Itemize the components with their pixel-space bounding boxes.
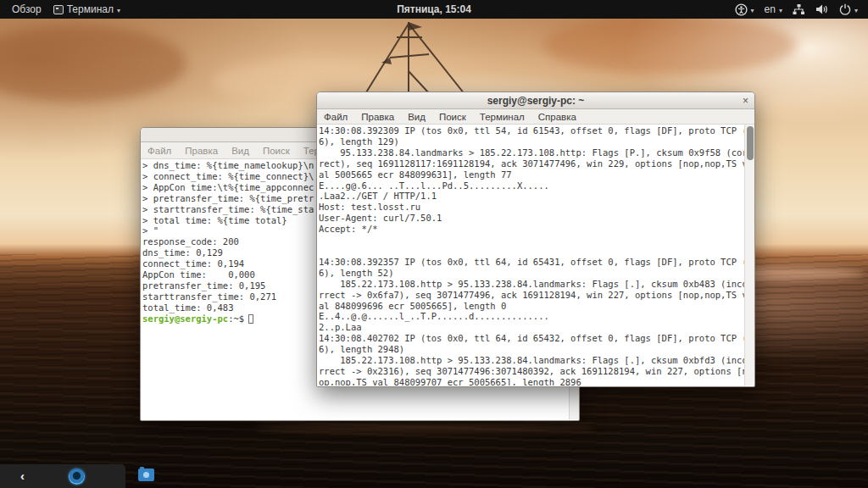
activities-label: Обзор — [12, 3, 42, 15]
terminal-line: 95.133.238.84.landmarks > 185.22.173.108… — [319, 147, 744, 158]
terminal-line: op,nop,TS val 848099707 ecr 5005665], le… — [319, 377, 744, 385]
terminal-line: rect), seq 1691128117:1691128194, ack 30… — [319, 158, 744, 169]
terminal-line: 185.22.173.108.http > 95.133.238.84.land… — [319, 355, 744, 366]
menu-item[interactable]: Правка — [354, 112, 401, 122]
chevron-down-icon: ▾ — [854, 7, 858, 14]
window-title: sergiy@sergiy-pc: ~ — [487, 95, 585, 107]
menu-item[interactable]: Поиск — [256, 146, 297, 156]
terminal-line: 2..p.Laa — [319, 322, 744, 333]
text-cursor — [248, 314, 253, 324]
terminal-line: 6), length 52) — [319, 268, 744, 279]
terminal-line: 6), length 129) — [319, 136, 744, 147]
volume-indicator[interactable] — [815, 3, 829, 15]
terminal-line: .Laa2../GET / HTTP/1.1 — [319, 191, 744, 202]
volume-icon — [815, 3, 829, 15]
terminal-line — [319, 235, 744, 246]
bottom-tray: ‹ — [0, 464, 125, 488]
terminal-line: 6), length 2948) — [319, 344, 744, 355]
scrollbar[interactable] — [744, 125, 754, 385]
terminal-line: User-Agent: curl/7.50.1 — [319, 213, 744, 224]
desktop: { "top_bar": { "activities_label": "Обзо… — [0, 0, 868, 488]
cloud-decoration — [542, 15, 797, 75]
chevron-down-icon: ▾ — [117, 7, 120, 14]
screenshot-lens-icon[interactable] — [69, 469, 85, 485]
terminal-line: Host: test.losst.ru — [319, 202, 744, 213]
terminal-line: 14:30:08.392357 IP (tos 0x0, ttl 64, id … — [319, 257, 744, 268]
accessibility-icon — [735, 3, 748, 16]
terminal-line: al 848099696 ecr 5005665], length 0 — [319, 301, 744, 312]
terminal-output[interactable]: 14:30:08.392309 IP (tos 0x0, ttl 54, id … — [317, 125, 744, 385]
terminal-line: 14:30:08.392309 IP (tos 0x0, ttl 54, id … — [319, 125, 744, 136]
chevron-left-icon[interactable]: ‹ — [0, 469, 25, 485]
terminal-icon — [53, 5, 64, 14]
menu-item[interactable]: Вид — [225, 146, 256, 156]
cloud-decoration — [0, 25, 186, 102]
menu-item[interactable]: Файл — [141, 146, 178, 156]
menu-item[interactable]: Справка — [531, 112, 583, 122]
network-wired-icon — [793, 3, 805, 15]
terminal-line — [319, 246, 744, 257]
close-icon[interactable]: × — [743, 92, 748, 108]
terminal-line: rrect -> 0x2316), seq 3071477496:3071480… — [319, 366, 744, 377]
network-indicator[interactable] — [793, 3, 805, 15]
app-menu-terminal[interactable]: Терминал ▾ — [53, 3, 120, 15]
sun-reflection — [254, 424, 593, 432]
terminal-line: E..4..@.@......l_..T.P......d...........… — [319, 311, 744, 322]
prompt-path: :~$ — [228, 313, 244, 324]
menu-item[interactable]: Вид — [401, 112, 432, 122]
top-bar: Обзор Терминал ▾ Пятница, 15:04 ▾ en ▾ — [0, 0, 868, 19]
chevron-down-icon: ▾ — [779, 7, 782, 14]
prompt-username: sergiy@sergiy-pc — [142, 313, 228, 324]
terminal-line: Accept: */* — [319, 224, 744, 235]
chevron-down-icon: ▾ — [751, 7, 754, 14]
terminal-window-front: sergiy@sergiy-pc: ~ × ФайлПравкаВидПоиск… — [316, 92, 755, 387]
terminal-line: rrect -> 0x6fa7), seq 3071477496, ack 16… — [319, 290, 744, 301]
menu-bar: ФайлПравкаВидПоискТерминалСправка — [317, 109, 754, 125]
terminal-lines: 14:30:08.392309 IP (tos 0x0, ttl 54, id … — [319, 125, 744, 385]
camera-icon[interactable] — [138, 469, 154, 481]
app-menu-label: Терминал — [67, 3, 114, 15]
activities-button[interactable]: Обзор — [12, 3, 42, 15]
terminal-line: E....g@.6..._..T...l...Pd..5.........X..… — [319, 180, 744, 191]
menu-item[interactable]: Терминал — [473, 112, 531, 122]
power-icon — [839, 3, 851, 15]
terminal-line: 14:30:08.402702 IP (tos 0x0, ttl 64, id … — [319, 333, 744, 344]
terminal-line: 185.22.173.108.http > 95.133.238.84.land… — [319, 279, 744, 290]
menu-item[interactable]: Файл — [317, 112, 354, 122]
window-titlebar[interactable]: sergiy@sergiy-pc: ~ × — [317, 92, 754, 109]
menu-item[interactable]: Поиск — [432, 112, 473, 122]
menu-item[interactable]: Правка — [178, 146, 225, 156]
accessibility-menu[interactable]: ▾ — [735, 3, 754, 16]
power-menu[interactable]: ▾ — [839, 3, 858, 15]
language-menu[interactable]: en ▾ — [765, 3, 782, 15]
terminal-line: al 5005665 ecr 848099631], length 77 — [319, 169, 744, 180]
language-label: en — [765, 3, 776, 15]
scrollbar-thumb[interactable] — [747, 126, 754, 160]
